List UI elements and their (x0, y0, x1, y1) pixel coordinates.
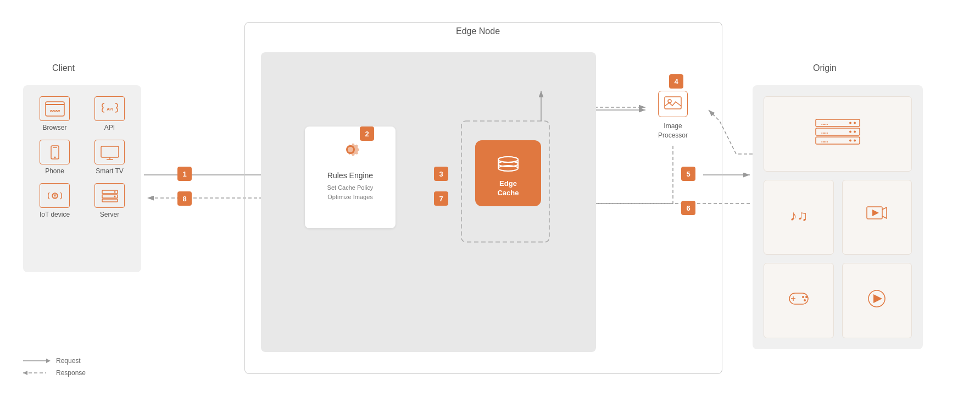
rules-engine-card: Rules Engine Set Cache PolicyOptimize Im… (305, 127, 396, 228)
svg-text:www: www (49, 108, 60, 113)
rules-engine-gear-icon (338, 138, 363, 167)
client-item-iot: IoT device (31, 183, 78, 218)
iot-icon (40, 183, 70, 208)
badge-1: 1 (177, 167, 192, 181)
client-item-phone: Phone (31, 140, 78, 175)
origin-server-item: ••••• ••••• ••••• (764, 96, 912, 172)
badge-2: 2 (360, 127, 374, 141)
legend: Request Response (23, 357, 86, 377)
svg-point-33 (498, 157, 518, 162)
svg-text:♪♫: ♪♫ (790, 207, 808, 224)
svg-point-56 (804, 299, 806, 301)
smarttv-icon (94, 140, 125, 164)
svg-point-26 (114, 195, 115, 197)
edge-cache-icon (494, 148, 522, 177)
svg-point-35 (668, 100, 671, 103)
badge-4: 4 (669, 74, 683, 89)
svg-text:•••••: ••••• (821, 140, 828, 144)
client-item-smarttv: Smart TV (86, 140, 133, 175)
svg-point-54 (802, 296, 804, 298)
origin-game-item (764, 263, 834, 338)
svg-point-45 (854, 139, 856, 141)
diagram-container: Client Edge Node Edge Application Origin… (0, 0, 980, 407)
legend-request: Request (23, 357, 86, 365)
image-processor-box: ImageProcessor (645, 85, 700, 146)
badge-7: 7 (434, 191, 448, 206)
phone-icon (40, 140, 70, 164)
smarttv-label: Smart TV (96, 167, 123, 175)
api-icon: API (94, 96, 125, 121)
svg-text:API: API (107, 107, 113, 111)
rules-engine-title: Rules Engine (327, 171, 373, 180)
phone-label: Phone (45, 167, 64, 175)
svg-text:•••••: ••••• (821, 131, 828, 135)
svg-point-42 (849, 130, 851, 133)
image-processor-label: ImageProcessor (658, 122, 688, 140)
legend-request-label: Request (56, 357, 81, 365)
svg-rect-27 (102, 199, 118, 202)
rules-engine-subtext: Set Cache PolicyOptimize Images (327, 183, 374, 201)
origin-server-icon: ••••• ••••• ••••• (813, 117, 862, 151)
svg-marker-58 (873, 294, 882, 303)
client-item-server: Server (86, 183, 133, 218)
badge-5: 5 (681, 167, 695, 181)
edge-cache-label: EdgeCache (497, 179, 519, 198)
svg-marker-62 (46, 359, 51, 363)
svg-point-25 (114, 191, 115, 193)
legend-response: Response (23, 369, 86, 377)
server-label: Server (100, 211, 119, 218)
music-icon: ♪♫ (788, 205, 810, 229)
server-client-icon (94, 183, 125, 208)
client-label: Client (52, 63, 75, 73)
origin-music-item: ♪♫ (764, 180, 834, 255)
svg-point-15 (54, 156, 55, 158)
client-item-browser: www Browser (31, 96, 78, 131)
badge-3: 3 (434, 167, 448, 181)
origin-video-item (842, 180, 912, 255)
svg-point-41 (854, 130, 856, 133)
svg-point-37 (854, 122, 856, 124)
svg-rect-34 (665, 97, 681, 109)
badge-8: 8 (177, 191, 192, 206)
origin-label: Origin (813, 63, 837, 73)
image-processor-icon (658, 91, 688, 117)
edge-cache-box: EdgeCache (475, 140, 541, 206)
game-icon (788, 289, 810, 313)
svg-point-38 (849, 122, 851, 124)
svg-point-22 (54, 195, 55, 196)
svg-marker-50 (872, 210, 879, 216)
play-icon (866, 289, 888, 313)
svg-marker-65 (23, 371, 27, 375)
iot-label: IoT device (40, 211, 70, 218)
legend-response-label: Response (56, 369, 86, 377)
svg-rect-16 (53, 147, 57, 148)
svg-point-46 (849, 139, 851, 141)
origin-box: ••••• ••••• ••••• ♪♫ (753, 85, 923, 349)
browser-label: Browser (42, 124, 66, 131)
video-icon (866, 205, 888, 229)
api-label: API (104, 124, 115, 131)
svg-point-55 (805, 296, 808, 298)
client-item-api: API API (86, 96, 133, 131)
badge-6: 6 (681, 201, 695, 215)
svg-text:•••••: ••••• (821, 122, 828, 126)
svg-rect-17 (101, 146, 119, 157)
client-box: www Browser API API (23, 85, 141, 272)
svg-rect-11 (46, 104, 64, 105)
origin-play-item (842, 263, 912, 338)
browser-icon: www (40, 96, 70, 121)
